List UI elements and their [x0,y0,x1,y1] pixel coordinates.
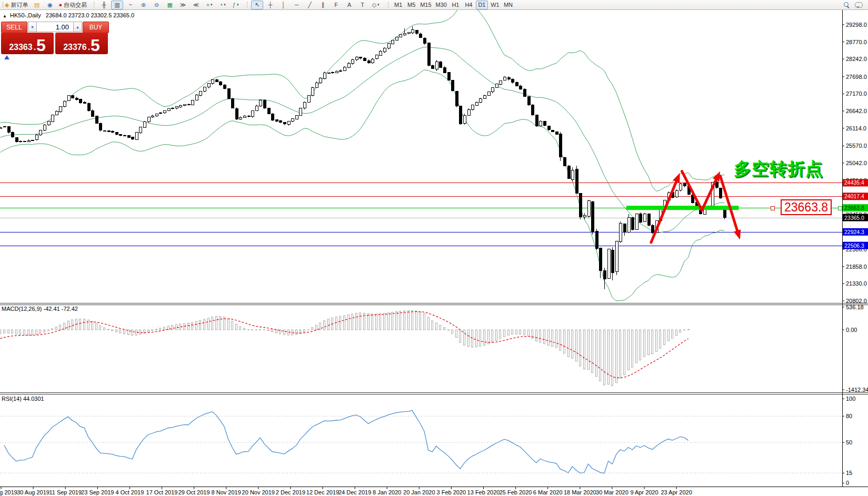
timeframe-button-M1[interactable]: M1 [392,1,404,9]
collapse-icon[interactable]: ▲ [3,14,7,18]
line-chart-button[interactable]: ~ [124,1,136,9]
lot-size-value[interactable]: 1.00 [37,22,73,32]
toolbar-grip [94,2,96,8]
ohlc-values: 23684.0 23723.0 23302.5 23365.0 [46,12,134,18]
timeframe-button-M5[interactable]: M5 [405,1,417,9]
chart-title: ▲ HK50-,Daily 23684.0 23723.0 23302.5 23… [3,12,134,18]
periodicity-button[interactable]: ◔▾ [216,1,228,9]
vline-icon: │ [282,2,285,8]
zoom-out-icon: ⊖ [154,2,159,8]
timeframe-button-D1[interactable]: D1 [476,1,488,9]
trendline-button[interactable]: ╱ [304,1,316,9]
svg-text:25 Feb 2020: 25 Feb 2020 [500,489,532,495]
pane-borders [0,10,868,487]
svg-text:20 Aug 2019: 20 Aug 2019 [0,489,17,495]
sell-button[interactable]: SELL [1,22,27,33]
candlesticks [0,26,726,289]
chat-icon[interactable] [855,2,863,8]
shift-end-button[interactable]: ≫ [177,1,189,9]
tile-windows-icon: ▦ [167,2,172,8]
svg-text:26642.0: 26642.0 [846,108,867,114]
new-chart-button[interactable]: +▾ [203,1,215,9]
date-axis: 20 Aug 201930 Aug 201911 Sep 201923 Sep … [0,487,692,495]
new-order-label: 新订单 [11,1,28,9]
bars-chart-button[interactable]: ╫ [98,1,110,9]
auto-trading-label: 自动交易 [64,1,87,9]
macd-axis: 536.180.00-1412.34 [842,304,868,393]
cursor-icon: ↖ [255,2,260,8]
svg-text:17 Oct 2019: 17 Oct 2019 [146,489,178,495]
svg-text:28242.0: 28242.0 [846,56,867,62]
vline-button[interactable]: │ [277,1,290,9]
svg-text:8 Nov 2019: 8 Nov 2019 [212,489,241,495]
turning-point-annotation[interactable]: 多空转折点 [734,157,823,181]
label-button[interactable]: T [356,1,368,9]
zoom-in-icon: ⊕ [141,2,146,8]
svg-text:6 Mar 2020: 6 Mar 2020 [533,489,563,495]
svg-text:21858.0: 21858.0 [846,264,867,270]
timeframe-button-MN[interactable]: MN [502,1,514,9]
horizontal-level-lines[interactable] [0,183,842,246]
svg-text:18 Mar 2020: 18 Mar 2020 [564,489,596,495]
toolbar-group-right [841,2,865,8]
zoom-out-button[interactable]: ⊖ [151,1,163,9]
chevron-down-icon: ▾ [224,3,226,7]
svg-text:29298.0: 29298.0 [846,22,867,28]
toolbar-group-chart-type: ╫ ▥ ~ ⊕ ⊖ ▦ ≫ ≪ +▾ ◔▾ ƒ▾ [91,0,244,9]
candles-chart-button[interactable]: ▥ [111,1,123,9]
timeframe-button-M15[interactable]: M15 [418,1,433,9]
cursor-button[interactable]: ↖ [251,1,263,9]
buy-price-dot: . [88,43,90,52]
tile-windows-button[interactable]: ▦ [164,1,176,9]
channel-icon: ∥ [322,2,325,8]
channel-button[interactable]: ∥ [317,1,329,9]
timeframe-button-M30[interactable]: M30 [434,1,448,9]
shapes-button[interactable]: ◇▾ [370,1,382,9]
svg-text:9 Apr 2020: 9 Apr 2020 [630,489,658,495]
rsi-axis: 1008050150 [842,396,855,486]
text-icon: A [347,2,351,8]
timeframe-button-H4[interactable]: H4 [463,1,475,9]
lot-decrease-button[interactable]: ▼ [28,22,37,32]
sell-price-big-digit: 5 [36,38,46,53]
toolbar-group-drawing: ↖ ┼ │ ─ ╱ ∥ F A T ◇▾ [244,0,384,9]
crosshair-button[interactable]: ┼ [264,1,276,9]
new-order-button[interactable]: ◆ 新订单 [3,1,29,9]
main-toolbar: ◆ 新订单 ▤ ◉ ● 自动交易 ╫ ▥ ~ ⊕ ⊖ ▦ ≫ ≪ +▾ ◔▾ ƒ… [0,0,868,10]
sell-price-main: 23363 [9,43,33,52]
zoom-in-button[interactable]: ⊕ [137,1,149,9]
fibonacci-icon: F [334,2,338,8]
macd-indicator [0,310,690,386]
toolbar-grip [247,2,249,8]
sell-price-display[interactable]: 23363 . 5 [1,33,54,54]
auto-scroll-button[interactable]: ≪ [190,1,202,9]
auto-trading-button[interactable]: ● 自动交易 [57,1,88,9]
svg-text:24017.4: 24017.4 [844,193,864,199]
svg-text:0: 0 [846,480,849,486]
shapes-icon: ◇ [372,2,376,8]
indicators-button[interactable]: ƒ▾ [230,1,242,9]
buy-button[interactable]: BUY [83,22,109,33]
support-highlight-bar[interactable] [626,206,739,210]
profiles-button[interactable]: ▤ [31,1,43,9]
svg-text:-1412.34: -1412.34 [846,387,868,393]
svg-text:30 Mar 2020: 30 Mar 2020 [596,489,628,495]
buy-price-display[interactable]: 23376 . 5 [55,33,108,54]
fibonacci-button[interactable]: F [330,1,342,9]
symbol-period-label: HK50-,Daily [10,12,41,18]
svg-text:26114.0: 26114.0 [846,125,866,131]
svg-text:22924.3: 22924.3 [844,229,864,235]
lot-increase-button[interactable]: ▲ [73,22,82,32]
market-watch-button[interactable]: ◉ [44,1,56,9]
price-callout-box[interactable]: 23663.8 [781,199,832,215]
line-chart-icon: ~ [128,2,132,8]
text-button[interactable]: A [343,1,355,9]
chevron-down-icon: ▾ [237,3,239,7]
hline-icon: ─ [295,2,299,8]
hline-button[interactable]: ─ [291,1,303,9]
search-icon[interactable] [844,2,850,8]
timeframe-button-W1[interactable]: W1 [489,1,501,9]
svg-text:11 Sep 2019: 11 Sep 2019 [49,489,82,495]
timeframe-button-H1[interactable]: H1 [450,1,462,9]
market-watch-icon: ◉ [47,2,53,8]
